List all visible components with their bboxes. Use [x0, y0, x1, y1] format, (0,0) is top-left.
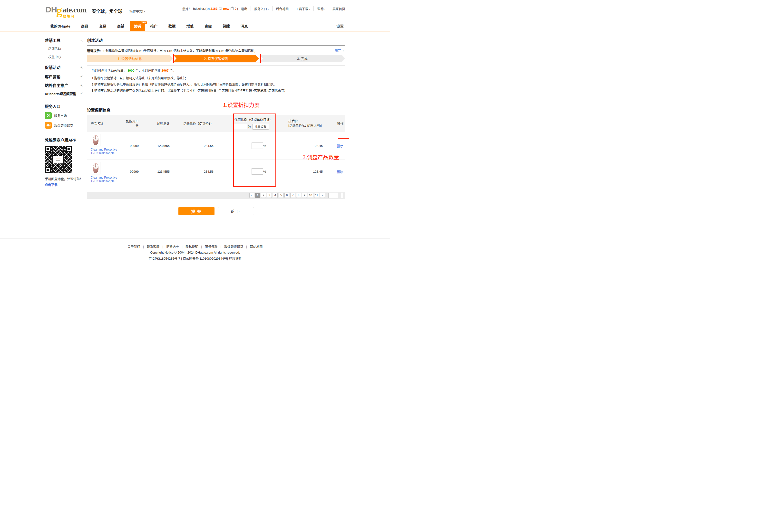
nav-marketing-active[interactable]: 营销 NEW	[130, 21, 145, 31]
page-go-button-clipped[interactable]	[341, 193, 343, 198]
product-thumbnail[interactable]	[91, 162, 100, 174]
footer-privacy-link[interactable]: 隐私说明	[179, 244, 198, 249]
sidebar-group-marketing-tools[interactable]: 营销工具 −	[45, 37, 83, 43]
expand-icon[interactable]: +	[80, 84, 83, 87]
after-price-line1: 折后价	[288, 119, 325, 123]
download-link[interactable]: 点击下载	[45, 182, 83, 187]
logo-chinese-name: 敦煌网	[63, 14, 75, 18]
step-2-set-promo-rules: 2. 设置促销规则	[173, 55, 259, 62]
page-button-6[interactable]: 6	[285, 193, 289, 198]
expand-icon[interactable]: +	[80, 75, 83, 78]
page-button-1[interactable]: 1	[255, 193, 260, 198]
backend-map-link[interactable]: 后台地图	[272, 6, 289, 11]
nav-settings[interactable]: 设置	[336, 21, 345, 31]
discount-cell: %	[215, 168, 282, 175]
page-button-10[interactable]: 10	[308, 193, 313, 198]
expand-icon[interactable]: +	[80, 92, 83, 95]
quota-suffix: 个。	[169, 69, 176, 72]
product-cell: Clear and Protective TPU Shield for ple.…	[87, 160, 124, 183]
page-button-11[interactable]: 11	[314, 193, 319, 198]
step-1-set-activity-info: 1. 设置活动信息	[87, 55, 173, 62]
nav-promotion[interactable]: 推广	[145, 21, 163, 31]
nav-trade[interactable]: 交易	[94, 21, 112, 31]
page-button-3[interactable]: 3	[267, 193, 272, 198]
app-qr-code	[45, 146, 72, 173]
col-product-name: 产品名称	[87, 119, 124, 128]
nav-store[interactable]: 商铺	[112, 21, 130, 31]
percent-sign: %	[263, 144, 266, 148]
expand-icon[interactable]: +	[80, 66, 83, 69]
discount-ratio-input[interactable]	[251, 143, 263, 149]
greeting-text: 您好！	[182, 6, 192, 11]
logo-divider	[88, 6, 88, 15]
sidebar-group-promo-activity[interactable]: 促销活动 +	[45, 64, 83, 70]
page-button-8[interactable]: 8	[296, 193, 301, 198]
nav-data[interactable]: 数据	[163, 21, 181, 31]
nav-funds[interactable]: 资金	[199, 21, 217, 31]
cart-users-value: 99999	[124, 144, 141, 148]
sidebar-group-dhshorts[interactable]: DHshorts短视频营销 +	[45, 91, 83, 96]
mail-icon: ✉	[207, 7, 210, 11]
buyer-home-link[interactable]: 买家首页	[329, 6, 345, 11]
expand-link[interactable]: 展开 ∨	[335, 48, 345, 53]
sidebar-group-offsite-promo[interactable]: 站外自主推广 +	[45, 82, 83, 88]
help-link[interactable]: 帮助▾	[313, 6, 326, 11]
sidebar-item-benefit-center[interactable]: 权益中心	[48, 54, 83, 59]
chat-new-badge[interactable]: new	[223, 7, 229, 10]
footer-contact-link[interactable]: 联系客服	[140, 244, 159, 249]
footer-classroom-link[interactable]: 敦煌跨境课堂	[217, 244, 243, 249]
logout-link[interactable]: 退出	[241, 6, 247, 11]
footer-about-link[interactable]: 关于我们	[128, 244, 140, 249]
nav-products[interactable]: 商品	[76, 21, 94, 31]
rule-note-1: 1.购物车营销活动一旦开始将无法停止（未开始前可以修改、停止）；	[92, 76, 341, 80]
delete-link[interactable]: 删除	[337, 144, 343, 148]
submit-button[interactable]: 提 交	[179, 207, 214, 215]
memo-icon: ✎	[231, 7, 234, 10]
sidebar-group-customer-marketing[interactable]: 客户营销 +	[45, 73, 83, 79]
footer-careers-link[interactable]: 招贤纳士	[159, 244, 179, 249]
nav-my-dhgate[interactable]: 我的DHgate	[45, 21, 76, 31]
action-cell: 删除	[325, 144, 345, 148]
form-actions: 提 交 返 回	[87, 207, 345, 215]
page-button-9[interactable]: 9	[302, 193, 307, 198]
tools-download-link[interactable]: 工具下载▾	[292, 6, 310, 11]
percent-sign: %	[248, 125, 251, 128]
mail-count-link[interactable]: 2163	[210, 7, 218, 10]
batch-set-button[interactable]: 批量设置	[252, 124, 269, 129]
product-title-link[interactable]: Clear and Protective TPU Shield for ple.…	[91, 148, 124, 155]
page-next-button[interactable]: »	[320, 193, 325, 198]
sidebar-item-store-activity[interactable]: 店铺活动	[48, 46, 83, 51]
quota-total: 3000	[128, 69, 135, 72]
product-title-line2: TPU Shield for ple...	[91, 152, 124, 155]
batch-discount-input[interactable]	[233, 124, 247, 129]
footer-terms-link[interactable]: 服务条款	[198, 244, 217, 249]
page-button-7[interactable]: 7	[290, 193, 295, 198]
product-thumbnail[interactable]	[91, 134, 100, 146]
qr-finder	[45, 167, 51, 173]
page-button-2[interactable]: 2	[261, 193, 266, 198]
page-prev-button[interactable]: «	[249, 193, 254, 198]
footer-sitemap-link[interactable]: 网站地图	[243, 244, 262, 249]
delete-link[interactable]: 删除	[337, 170, 343, 174]
dhgate-logo[interactable]: DH g ate.com 敦煌网	[45, 3, 86, 17]
action-cell: 删除	[325, 169, 345, 174]
activity-price-value: 234.56	[171, 144, 215, 148]
nav-guarantee[interactable]: 保障	[217, 21, 235, 31]
rule-note-3: 3.购物车营销活动的减价是在促销活动基础上进行的，计算顺序（平台打折>店铺限时限…	[92, 89, 341, 93]
language-selector[interactable]: [简体中文]▾	[129, 9, 145, 13]
discount-ratio-input[interactable]	[251, 168, 263, 175]
page-button-4[interactable]: 4	[273, 193, 278, 198]
collapse-icon[interactable]: −	[80, 39, 83, 42]
page-button-5[interactable]: 5	[279, 193, 284, 198]
product-title-link[interactable]: Clear and Protective TPU Shield for ple.…	[91, 176, 124, 183]
memo-count-link[interactable]: 0	[235, 7, 236, 10]
sidebar-item-dh-classroom[interactable]: 敦煌跨境课堂	[45, 122, 83, 128]
after-price-value: 123.45	[282, 144, 325, 148]
nav-messages[interactable]: 消息	[235, 21, 253, 31]
group-label: DHshorts短视频营销	[45, 91, 76, 96]
page-jump-input[interactable]	[328, 193, 338, 198]
back-button[interactable]: 返 回	[218, 207, 254, 215]
service-entry-link[interactable]: 服务入口▾	[251, 6, 269, 11]
nav-value-added[interactable]: 增值	[181, 21, 199, 31]
sidebar-item-service-market[interactable]: ⚒ 服务市场	[45, 112, 83, 119]
